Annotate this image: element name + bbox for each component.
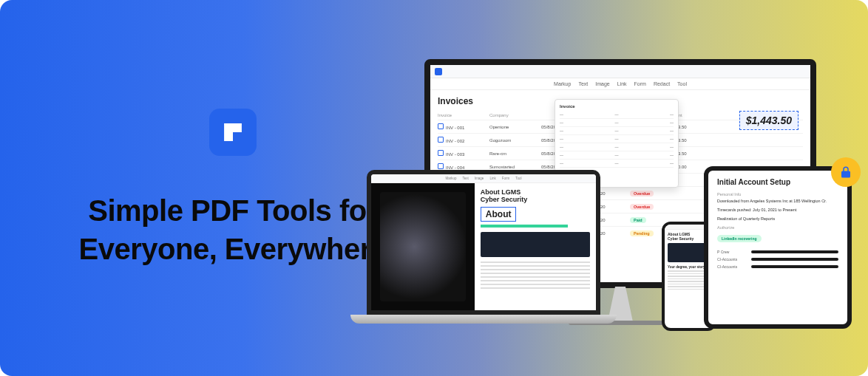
info-line: Downloaded from Angeles Systems Inc at 1… — [717, 199, 838, 203]
form-row: CI-Accounts — [717, 264, 838, 269]
tool-markup[interactable]: Markup — [554, 81, 571, 86]
status-badge: LinkedIn recovering — [717, 235, 762, 242]
section-label: Personal Info — [717, 192, 838, 196]
tool-image[interactable]: Image — [595, 81, 609, 86]
app-logo — [209, 109, 257, 156]
info-line: Timecards pushed: July 01, 2021 to Prese… — [717, 208, 838, 212]
app-logo-small — [435, 68, 442, 75]
info-line: Realization of Quarterly Reports — [717, 216, 838, 221]
toolbar: Markup Text Image Link Form Redact Tool — [430, 78, 810, 90]
highlight — [481, 225, 569, 228]
lock-icon — [831, 157, 861, 187]
section-label: Authorize — [717, 225, 838, 230]
about-box[interactable]: About — [481, 207, 517, 222]
tool-tool[interactable]: Tool — [677, 81, 687, 86]
body-text — [481, 262, 590, 289]
hero-banner: Simple PDF Tools for Everyone, Everywher… — [0, 0, 868, 376]
code-preview — [481, 232, 590, 257]
laptop-image — [371, 183, 475, 310]
laptop: MarkupTextImageLinkFormTool About LGMSCy… — [350, 170, 617, 329]
laptop-toolbar: MarkupTextImageLinkFormTool — [371, 174, 596, 183]
headline: Simple PDF Tools for Everyone, Everywher… — [67, 191, 399, 268]
tool-redact[interactable]: Redact — [654, 81, 670, 86]
form-row: P Crew — [717, 250, 838, 254]
form-row: CI-Accounts — [717, 257, 838, 262]
amount-callout: $1,443.50 — [739, 111, 799, 130]
tool-link[interactable]: Link — [617, 81, 627, 86]
tablet-title: Initial Account Setup — [717, 178, 838, 186]
tool-form[interactable]: Form — [634, 81, 646, 86]
tablet: Initial Account Setup Personal Info Down… — [704, 166, 852, 329]
device-showcase: Markup Text Image Link Form Redact Tool … — [365, 0, 868, 376]
doc-title: About LGMSCyber Security — [481, 189, 590, 204]
tool-text[interactable]: Text — [578, 81, 588, 86]
